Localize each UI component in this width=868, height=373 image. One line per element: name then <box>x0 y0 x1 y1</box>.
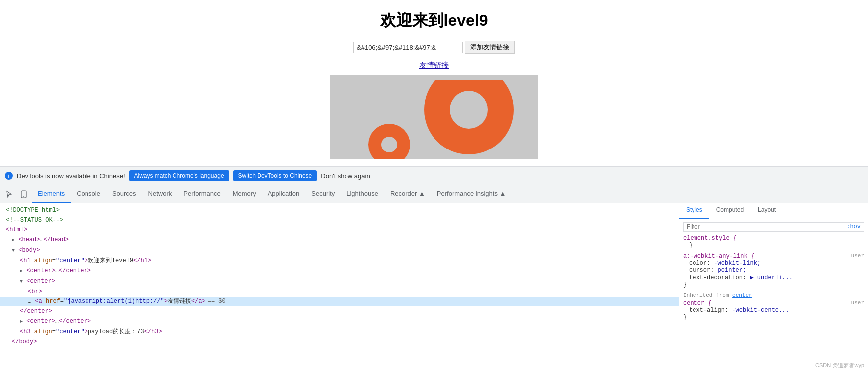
switch-to-chinese-button[interactable]: Switch DevTools to Chinese <box>233 170 317 181</box>
style-block-center-header: center { user <box>683 300 864 307</box>
style-tab-computed[interactable]: Computed <box>709 203 751 219</box>
style-tab-layout[interactable]: Layout <box>751 203 782 219</box>
html-line-body-open[interactable]: ▼ <body> <box>0 245 679 256</box>
tab-lighthouse[interactable]: Lighthouse <box>341 185 384 203</box>
html-line-head[interactable]: ▶ <head>…</head> <box>0 235 679 245</box>
tab-memory[interactable]: Memory <box>227 185 262 203</box>
style-tabs: Styles Computed Layout <box>679 203 868 219</box>
tab-network[interactable]: Network <box>142 185 178 203</box>
tab-performance[interactable]: Performance <box>177 185 226 203</box>
right-panel: Styles Computed Layout :hov element.styl… <box>679 203 868 373</box>
style-prop-text-decoration: text-decoration: ▶ underli... <box>683 274 864 281</box>
tab-recorder[interactable]: Recorder ▲ <box>384 185 431 203</box>
style-prop-color: color: -webkit-link; <box>683 260 864 267</box>
svg-point-1 <box>450 91 488 129</box>
html-panel: <!DOCTYPE html> <!--STATUS OK--> <html> … <box>0 203 679 373</box>
devtools-tabs: Elements Console Sources Network Perform… <box>0 185 868 203</box>
notification-text: DevTools is now available in Chinese! <box>17 172 125 180</box>
html-line-center1[interactable]: ▶ <center>…</center> <box>0 266 679 276</box>
add-friend-link-button[interactable]: 添加友情链接 <box>465 41 515 54</box>
mobile-icon-button[interactable] <box>17 187 31 201</box>
page-title: 欢迎来到level9 <box>380 10 488 32</box>
styles-content: :hov element.style { } a:-webkit-any-lin… <box>679 219 868 373</box>
html-line-center3[interactable]: ▶ <center>…</center> <box>0 316 679 327</box>
tab-console[interactable]: Console <box>71 185 106 203</box>
html-line-h1: <h1 align="center">欢迎来到level9</h1> <box>0 256 679 266</box>
style-block-element-close: } <box>683 242 864 249</box>
html-line-center2-open[interactable]: ▼ <center> <box>0 276 679 287</box>
filter-hov[interactable]: :hov <box>846 224 861 230</box>
url-input[interactable] <box>353 42 463 53</box>
tab-elements[interactable]: Elements <box>32 185 71 203</box>
devtools-notification: i DevTools is now available in Chinese! … <box>0 166 868 185</box>
style-block-webkit-close: } <box>683 281 864 288</box>
chrome-logo-svg <box>340 80 528 159</box>
inherited-label: Inherited from center <box>683 292 864 298</box>
cursor-icon-button[interactable] <box>2 187 16 201</box>
match-language-button[interactable]: Always match Chrome's language <box>129 170 229 181</box>
svg-point-3 <box>381 137 397 152</box>
devtools-body: <!DOCTYPE html> <!--STATUS OK--> <html> … <box>0 203 868 373</box>
style-tab-styles[interactable]: Styles <box>679 203 709 219</box>
tab-application[interactable]: Application <box>262 185 306 203</box>
html-line-body-close: </body> <box>0 337 679 347</box>
html-line-status: <!--STATUS OK--> <box>0 215 679 225</box>
tab-sources[interactable]: Sources <box>106 185 142 203</box>
html-line-doctype: <!DOCTYPE html> <box>0 205 679 215</box>
style-selector-element: element.style { <box>683 235 864 242</box>
style-block-element: element.style { } <box>683 235 864 249</box>
inherited-from-link[interactable]: center <box>732 292 752 298</box>
html-line-anchor[interactable]: … <a href="javascript:alert(1)http://">友… <box>0 297 679 306</box>
friend-link[interactable]: 友情链接 <box>419 61 449 70</box>
html-line-h3: <h3 align="center">payload的长度：73</h3> <box>0 327 679 337</box>
page-content: 欢迎来到level9 添加友情链接 友情链接 <box>0 0 868 159</box>
dont-show-again-button[interactable]: Don't show again <box>321 172 370 180</box>
style-block-webkit-link: a:-webkit-any-link { user color: -webkit… <box>683 253 864 288</box>
tab-performance-insights[interactable]: Performance insights ▲ <box>431 185 512 203</box>
html-line-html: <html> <box>0 225 679 235</box>
html-line-br: <br> <box>0 287 679 297</box>
input-row: 添加友情链接 <box>353 41 515 54</box>
browser-page: 欢迎来到level9 添加友情链接 友情链接 <box>0 0 868 166</box>
filter-input[interactable] <box>687 224 844 230</box>
filter-row[interactable]: :hov <box>683 222 864 232</box>
style-block-center: center { user text-align: -webkit-cente.… <box>683 300 864 321</box>
style-prop-text-align: text-align: -webkit-cente... <box>683 307 864 314</box>
style-block-webkit-header: a:-webkit-any-link { user <box>683 253 864 260</box>
style-prop-cursor: cursor: pointer; <box>683 267 864 274</box>
chrome-logo-container <box>330 75 538 159</box>
html-line-center2-close: </center> <box>0 306 679 316</box>
tab-security[interactable]: Security <box>305 185 341 203</box>
info-icon: i <box>5 172 13 180</box>
style-block-center-close: } <box>683 314 864 321</box>
csdn-watermark: CSDN @追梦者wyp <box>815 362 864 369</box>
